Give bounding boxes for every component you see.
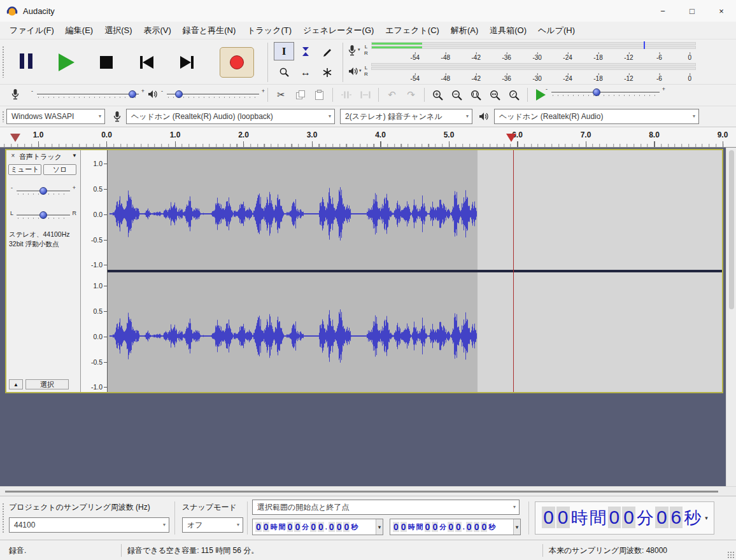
playback-volume-slider-track[interactable]: - +	[167, 90, 259, 99]
play-button[interactable]	[49, 47, 83, 78]
track-close-button[interactable]: ×	[9, 151, 17, 160]
pinned-playhead-toggle[interactable]	[10, 134, 20, 142]
audio-host-select[interactable]: Windows WASAPI ▾	[6, 109, 105, 124]
window-title: Audacity	[23, 6, 55, 16]
cut-button[interactable]: ✂	[272, 87, 290, 102]
play-at-speed-button[interactable]	[536, 89, 546, 101]
chevron-down-icon[interactable]: ▾	[376, 519, 383, 535]
recording-channels-select[interactable]: 2(ステレオ) 録音チャンネル ▾	[340, 109, 472, 124]
track-title[interactable]: 音声トラック	[19, 152, 62, 162]
chevron-down-icon[interactable]: ▾	[358, 47, 360, 52]
menu-item[interactable]: トラック(T)	[241, 22, 297, 39]
undo-button[interactable]: ↶	[383, 87, 400, 102]
trim-outside-selection-button[interactable]	[337, 87, 355, 102]
selection-range-mode-select[interactable]: 選択範囲の開始点と終了点 ▾	[252, 500, 520, 515]
track-pan-slider-track[interactable]: L R	[17, 211, 70, 220]
vertical-ruler[interactable]: 1.00.50.0-0.5-1.0 1.00.50.0-0.5-1.0	[81, 150, 108, 392]
menu-item[interactable]: 表示(V)	[138, 22, 177, 39]
minimize-button[interactable]: −	[648, 0, 677, 22]
zoom-to-fit-button[interactable]	[486, 87, 504, 102]
vertical-scrollbar[interactable]	[726, 148, 736, 486]
zoom-toggle-icon	[508, 89, 520, 101]
toolbar-grip[interactable]	[2, 46, 5, 78]
copy-button[interactable]	[292, 87, 309, 102]
zoom-in-button[interactable]	[429, 87, 446, 102]
menu-item[interactable]: ジェネレーター(G)	[297, 22, 379, 39]
time-shift-tool-button[interactable]: ↔	[295, 63, 316, 81]
project-rate-select[interactable]: 44100 ▾	[9, 517, 169, 533]
zoom-tool-button[interactable]	[274, 63, 294, 81]
playback-volume-slider[interactable]	[175, 90, 183, 98]
recording-volume-slider[interactable]	[129, 90, 136, 98]
vertical-scrollbar-thumb[interactable]	[729, 150, 734, 309]
record-button[interactable]	[220, 47, 254, 78]
stop-button[interactable]	[89, 47, 124, 78]
selection-end-field[interactable]: 00時間00分00.000秒 ▾	[390, 519, 521, 535]
selection-tool-button[interactable]: I	[274, 42, 294, 60]
play-speed-slider[interactable]	[593, 88, 600, 96]
draw-tool-button[interactable]	[317, 42, 337, 60]
audio-position-display[interactable]: 00時間00分06秒 ▾	[535, 501, 714, 535]
recording-position-marker[interactable]	[506, 134, 516, 142]
play-speed-slider-track[interactable]: - +	[551, 88, 660, 97]
menu-item[interactable]: ヘルプ(H)	[532, 22, 581, 39]
playback-device-select[interactable]: ヘッドホン (Realtek(R) Audio) ▾	[494, 109, 699, 124]
recording-meter[interactable]: ▾ LR -54-48-42-36-30-24-18-12-60	[347, 41, 698, 61]
menu-item[interactable]: ファイル(F)	[4, 22, 60, 39]
recording-device-value: ヘッドホン (Realtek(R) Audio) (loopback)	[131, 112, 273, 121]
track-menu-dropdown-icon[interactable]: ▼	[72, 153, 77, 158]
waveform-canvas-1[interactable]	[108, 150, 719, 270]
recording-volume-slider-track[interactable]: - +	[37, 90, 139, 99]
pause-button[interactable]	[9, 47, 43, 78]
actual-rate-message: 本来のサンプリング周波数: 48000	[549, 545, 667, 556]
vertical-ruler-channel-1[interactable]: 1.00.50.0-0.5-1.0	[81, 150, 107, 270]
paste-button[interactable]	[311, 87, 328, 102]
menu-item[interactable]: 解析(A)	[445, 22, 484, 39]
solo-button[interactable]: ソロ	[43, 164, 76, 175]
menu-item[interactable]: 編集(E)	[60, 22, 99, 39]
chevron-down-icon[interactable]: ▾	[705, 515, 708, 521]
menu-item[interactable]: 選択(S)	[99, 22, 138, 39]
timeline-ruler[interactable]: 1.00.01.02.03.04.05.06.07.08.09.0	[0, 127, 736, 148]
track-gain-slider[interactable]	[39, 187, 47, 195]
menu-item[interactable]: 録音と再生(N)	[177, 22, 241, 39]
toolbar-grip[interactable]	[2, 503, 5, 533]
envelope-tool-button[interactable]	[295, 42, 316, 60]
track-collapse-button[interactable]: ▲	[9, 379, 23, 389]
snap-mode-select[interactable]: オフ ▾	[182, 517, 243, 533]
playback-meter[interactable]: ▾ LR -54-48-42-36-30-24-18-12-60	[347, 62, 698, 82]
horizontal-scrollbar-thumb[interactable]	[5, 491, 718, 493]
track-pan-slider[interactable]	[39, 211, 47, 219]
recording-device-select[interactable]: ヘッドホン (Realtek(R) Audio) (loopback) ▾	[126, 109, 335, 124]
chevron-down-icon[interactable]: ▾	[513, 519, 520, 535]
selection-start-field[interactable]: 00時間00分00.000秒 ▾	[252, 519, 383, 535]
redo-button[interactable]: ↷	[402, 87, 420, 102]
menu-item[interactable]: エフェクト(C)	[379, 22, 445, 39]
mute-button[interactable]: ミュート	[8, 164, 41, 175]
waveform-canvas-2[interactable]	[108, 272, 719, 392]
chevron-down-icon[interactable]: ▾	[359, 68, 362, 73]
playback-meter-region[interactable]: -54-48-42-36-30-24-18-12-60	[371, 62, 696, 82]
skip-to-end-button[interactable]	[169, 47, 204, 78]
silence-selection-button[interactable]	[357, 87, 374, 102]
waveform-channel-1[interactable]	[108, 150, 722, 270]
timeline-tick-label: 1.0	[170, 130, 181, 139]
recording-meter-region[interactable]: -54-48-42-36-30-24-18-12-60	[371, 41, 696, 61]
maximize-button[interactable]: □	[677, 0, 707, 22]
zoom-out-button[interactable]	[448, 87, 465, 102]
resize-grip[interactable]	[727, 551, 735, 559]
vertical-ruler-channel-2[interactable]: 1.00.50.0-0.5-1.0	[81, 272, 107, 392]
track-select-button[interactable]: 選択	[25, 379, 69, 389]
multi-tool-button[interactable]	[317, 63, 337, 81]
zoom-to-selection-button[interactable]	[467, 87, 485, 102]
waveform-view[interactable]	[108, 150, 722, 392]
menu-item[interactable]: 道具箱(O)	[484, 22, 532, 39]
zoom-toggle-button[interactable]	[506, 87, 523, 102]
horizontal-scrollbar[interactable]	[0, 486, 736, 496]
close-button[interactable]: ×	[707, 0, 736, 22]
waveform-channel-2[interactable]	[108, 272, 722, 392]
toolbar-grip[interactable]	[2, 111, 5, 122]
skip-to-start-button[interactable]	[129, 47, 164, 78]
track-gain-slider-track[interactable]: - +	[17, 187, 70, 196]
track-area[interactable]: × 音声トラック ▼ ミュート ソロ - + L R	[0, 148, 726, 486]
